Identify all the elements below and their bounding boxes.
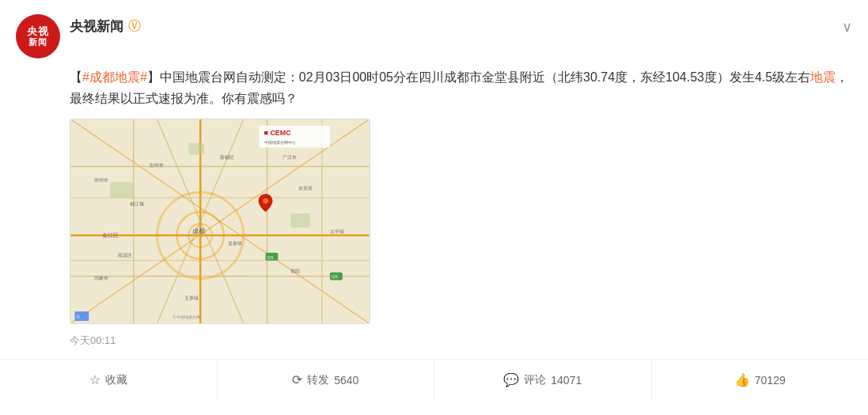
bracket-open: 【 bbox=[70, 70, 82, 84]
svg-text:资阳: 资阳 bbox=[290, 269, 300, 274]
weibo-post-card: 央视 新闻 央视新闻 Ⓥ ∨ 【#成都地震#】中国地震台网自动测定：02月03日… bbox=[0, 0, 868, 415]
svg-point-40 bbox=[263, 198, 268, 204]
svg-text:G5: G5 bbox=[332, 275, 339, 280]
svg-text:彭州市: 彭州市 bbox=[150, 162, 164, 168]
retweet-label: 转发 bbox=[307, 373, 329, 387]
svg-rect-20 bbox=[188, 143, 204, 155]
action-bookmark[interactable]: ☆ 收藏 bbox=[0, 360, 218, 400]
svg-text:都江堰: 都江堰 bbox=[130, 202, 144, 207]
post-header: 央视 新闻 央视新闻 Ⓥ ∨ bbox=[16, 14, 852, 58]
post-container: 央视 新闻 央视新闻 Ⓥ ∨ 【#成都地震#】中国地震台网自动测定：02月03日… bbox=[0, 0, 868, 359]
svg-text:金堂县: 金堂县 bbox=[298, 187, 313, 191]
avatar[interactable]: 央视 新闻 bbox=[16, 14, 60, 58]
bookmark-label: 收藏 bbox=[105, 373, 127, 387]
action-comment[interactable]: 💬 评论 14071 bbox=[434, 360, 652, 400]
svg-text:新都区: 新都区 bbox=[220, 154, 234, 160]
svg-text:中国地震台网中心: 中国地震台网中心 bbox=[264, 140, 296, 145]
hashtag[interactable]: #成都地震# bbox=[82, 70, 147, 84]
svg-text:© 中国地震台网: © 中国地震台网 bbox=[172, 315, 200, 319]
like-icon: 👍 bbox=[734, 372, 750, 387]
earthquake-word: 地震 bbox=[810, 70, 836, 84]
svg-text:金江区: 金江区 bbox=[102, 232, 119, 239]
svg-text:玉泉镇: 玉泉镇 bbox=[184, 296, 199, 301]
post-text: 【#成都地震#】中国地震台网自动测定：02月03日00时05分在四川成都市金堂县… bbox=[70, 66, 852, 109]
like-count: 70129 bbox=[755, 374, 786, 387]
svg-text:龙泉驿: 龙泉驿 bbox=[228, 241, 242, 246]
retweet-icon: ⟳ bbox=[292, 372, 302, 387]
comment-label: 评论 bbox=[524, 373, 546, 387]
svg-text:太平镇: 太平镇 bbox=[330, 229, 344, 234]
comment-count: 14071 bbox=[551, 374, 582, 387]
svg-rect-19 bbox=[290, 213, 310, 228]
timestamp: 今天00:11 bbox=[70, 334, 852, 348]
svg-text:邛崃市: 邛崃市 bbox=[94, 276, 108, 281]
avatar-line2: 新闻 bbox=[27, 37, 49, 47]
svg-text:崇州市: 崇州市 bbox=[94, 178, 108, 183]
verified-icon: Ⓥ bbox=[128, 18, 141, 35]
svg-rect-18 bbox=[110, 183, 134, 198]
svg-text:G: G bbox=[76, 315, 80, 319]
actions-bar: ☆ 收藏 ⟳ 转发 5640 💬 评论 14071 👍 70129 bbox=[0, 359, 868, 400]
chevron-down-icon[interactable]: ∨ bbox=[842, 18, 852, 36]
post-text-main: 】中国地震台网自动测定：02月03日00时05分在四川成都市金堂县附近（北纬30… bbox=[147, 70, 810, 84]
username-area: 央视新闻 Ⓥ ∨ bbox=[70, 14, 852, 36]
post-body: 【#成都地震#】中国地震台网自动测定：02月03日00时05分在四川成都市金堂县… bbox=[70, 66, 852, 359]
svg-text:成都: 成都 bbox=[192, 228, 205, 235]
map-image[interactable]: 成都 金江区 都江堰 金堂县 资阳 玉泉镇 邛崃市 双流区 龙泉驿 彭州市 崇州… bbox=[70, 119, 370, 324]
svg-text:■ CEMC: ■ CEMC bbox=[264, 129, 292, 137]
svg-text:G5: G5 bbox=[267, 255, 275, 260]
comment-icon: 💬 bbox=[503, 372, 519, 387]
retweet-count: 5640 bbox=[334, 374, 358, 387]
svg-text:广汉市: 广汉市 bbox=[282, 154, 297, 160]
svg-text:双流区: 双流区 bbox=[118, 252, 132, 258]
username[interactable]: 央视新闻 bbox=[70, 17, 123, 36]
action-like[interactable]: 👍 70129 bbox=[652, 360, 869, 400]
action-retweet[interactable]: ⟳ 转发 5640 bbox=[218, 360, 435, 400]
avatar-line1: 央视 bbox=[27, 25, 49, 38]
bookmark-icon: ☆ bbox=[89, 372, 100, 387]
